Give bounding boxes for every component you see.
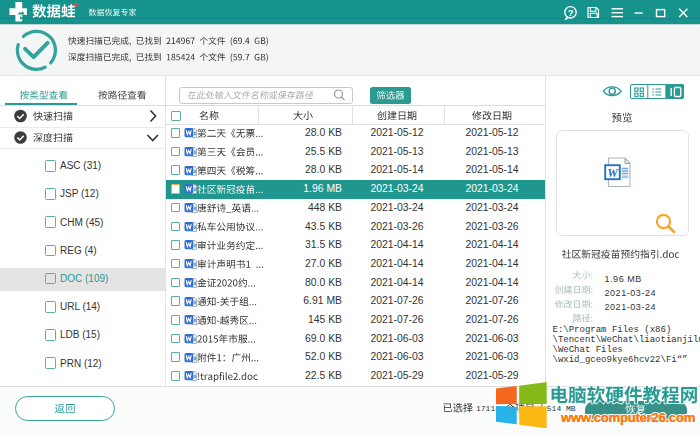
svg-text:?: ? bbox=[568, 7, 574, 18]
svg-text:www.computer26.com: www.computer26.com bbox=[560, 410, 695, 425]
svg-text:W: W bbox=[607, 166, 619, 180]
